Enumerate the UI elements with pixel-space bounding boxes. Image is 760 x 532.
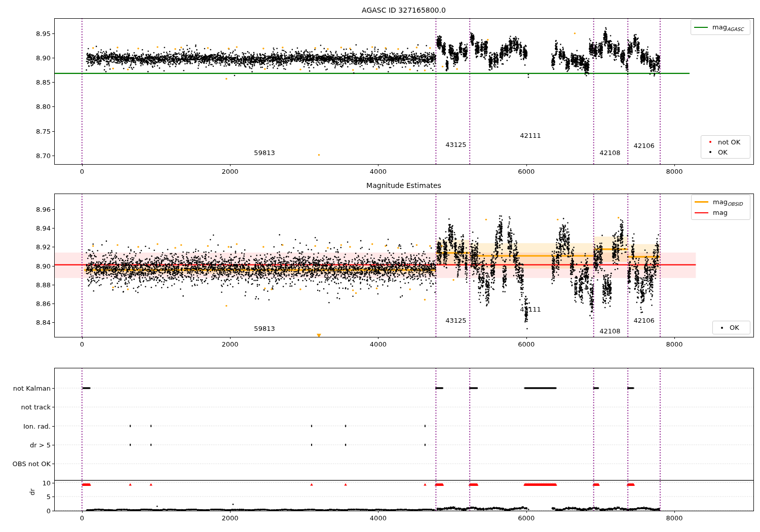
x-tick-label: 6000 (518, 515, 535, 521)
x-tick-label: 4000 (370, 515, 387, 521)
y-tick-label: 8.84 (36, 319, 51, 326)
ok-dot-icon (721, 327, 723, 329)
y-tick-label: 8.96 (36, 206, 51, 212)
obsid-label: 43125 (445, 141, 466, 147)
flag-row-label: Ion. rad. (23, 423, 51, 429)
y-tick-label: 8.90 (36, 55, 51, 61)
y-tick-label: 8.70 (36, 152, 51, 159)
y-tick-label: 8.86 (36, 300, 51, 307)
legend-mag-agasc: magAGASC (691, 19, 750, 35)
figure: AGASC ID 327165800.0 Magnitude Estimates… (0, 0, 760, 532)
obsid-label: 59813 (254, 325, 275, 332)
x-tick-label: 4000 (370, 341, 387, 348)
mag-obsid-line-sample (695, 201, 708, 203)
legend-mag-obsid-label: magOBSID (713, 198, 743, 206)
x-tick-label: 8000 (666, 168, 682, 175)
legend-ok-label: OK (718, 148, 728, 156)
x-tick-label: 2000 (222, 515, 239, 521)
y-tick-label: 8.95 (36, 30, 51, 36)
dr-axis-label: dr (29, 488, 35, 496)
x-tick-label: 6000 (518, 168, 535, 175)
x-tick-label: 0 (80, 168, 84, 175)
obsid-label: 42111 (520, 132, 541, 139)
x-tick-label: 0 (80, 515, 84, 521)
y-tick-label: 8.94 (36, 225, 51, 232)
obsid-label: 42106 (633, 317, 654, 324)
x-tick-label: 4000 (370, 168, 387, 175)
legend-mag-obsid: magOBSID mag (691, 195, 750, 220)
dr-tick-label: 10 (42, 479, 51, 486)
plot2-title: Magnitude Estimates (366, 182, 441, 189)
figure-canvas (0, 0, 760, 532)
flag-row-label: dr > 5 (30, 441, 51, 448)
y-tick-label: 8.85 (36, 79, 51, 86)
obsid-label: 42108 (599, 327, 620, 334)
y-tick-label: 8.92 (36, 244, 51, 250)
ok-dot-icon (709, 151, 711, 153)
obsid-label: 43125 (445, 317, 466, 324)
x-tick-label: 8000 (666, 515, 682, 521)
legend-not-ok-ok: not OK OK (701, 135, 750, 159)
plot1-title: AGASC ID 327165800.0 (362, 7, 446, 14)
legend-ok2-label: OK (730, 324, 739, 331)
y-tick-label: 8.80 (36, 103, 51, 110)
y-tick-label: 8.75 (36, 128, 51, 134)
legend-ok2: OK (712, 321, 750, 334)
obsid-label: 42106 (633, 142, 654, 149)
mag-line-sample (695, 212, 708, 213)
x-tick-label: 0 (80, 341, 84, 348)
obsid-label: 42111 (520, 306, 541, 313)
not-ok-dot-icon (709, 141, 711, 143)
x-tick-label: 2000 (222, 168, 239, 175)
legend-mag-agasc-label: magAGASC (712, 23, 744, 31)
flag-row-label: not track (21, 404, 51, 410)
x-tick-label: 6000 (518, 341, 535, 348)
y-tick-label: 8.90 (36, 262, 51, 269)
x-tick-label: 8000 (666, 341, 682, 348)
dr-tick-label: 0 (47, 507, 51, 514)
legend-mag-label: mag (713, 209, 728, 216)
flag-row-label: not Kalman (13, 385, 51, 392)
mag-agasc-line-sample (694, 27, 708, 28)
obsid-label: 42108 (599, 149, 620, 156)
flag-row-label: OBS not OK (13, 461, 51, 467)
legend-not-ok-label: not OK (718, 138, 740, 146)
x-tick-label: 2000 (222, 341, 239, 348)
obsid-label: 59813 (254, 149, 275, 156)
dr-tick-label: 5 (47, 493, 51, 500)
y-tick-label: 8.88 (36, 281, 51, 288)
